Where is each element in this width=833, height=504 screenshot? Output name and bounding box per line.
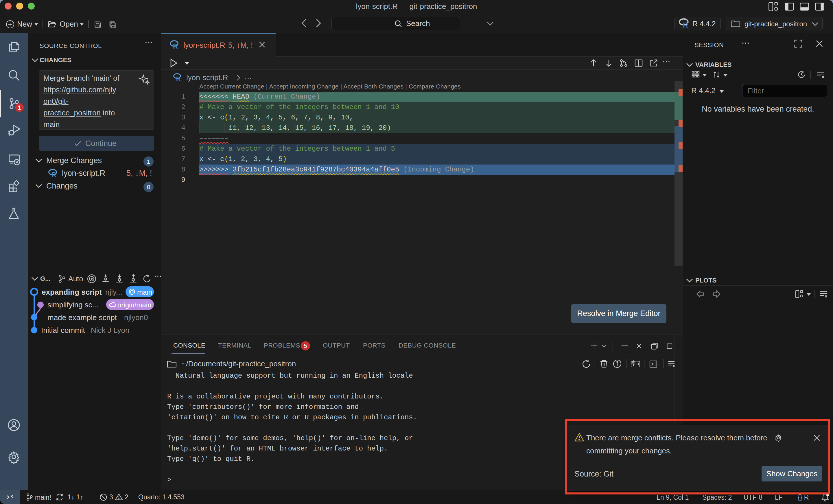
svg-text:R: R [51, 171, 56, 178]
svg-text:R: R [176, 75, 181, 81]
svg-text:R: R [683, 21, 688, 29]
svg-text:R: R [173, 43, 178, 50]
